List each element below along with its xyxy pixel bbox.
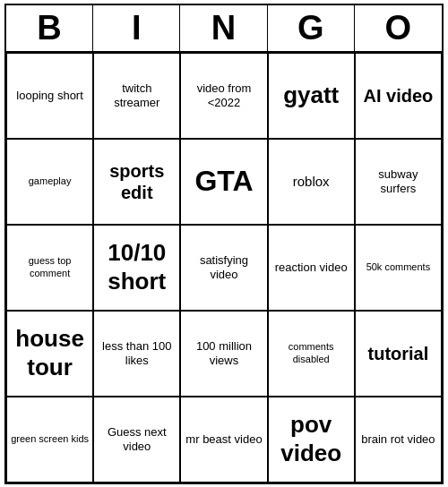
- bingo-cell: looping short: [6, 53, 93, 139]
- header-letter: N: [180, 5, 267, 51]
- bingo-header: BINGO: [6, 5, 442, 53]
- cell-text: satisfying video: [185, 253, 263, 281]
- bingo-cell: brain rot video: [355, 397, 442, 483]
- bingo-cell: Guess next video: [93, 397, 180, 483]
- cell-text: brain rot video: [361, 432, 435, 447]
- cell-text: gameplay: [29, 175, 72, 187]
- bingo-cell: less than 100 likes: [93, 311, 180, 397]
- cell-text: gyatt: [283, 81, 339, 109]
- cell-text: roblox: [293, 174, 330, 190]
- bingo-cell: subway surfers: [355, 139, 442, 225]
- cell-text: 100 million views: [185, 339, 263, 367]
- cell-text: house tour: [11, 325, 89, 380]
- cell-text: twitch streamer: [98, 81, 176, 109]
- bingo-cell: gyatt: [268, 53, 355, 139]
- bingo-cell: video from <2022: [180, 53, 267, 139]
- cell-text: AI video: [363, 85, 433, 107]
- cell-text: GTA: [194, 164, 253, 198]
- bingo-cell: sports edit: [93, 139, 180, 225]
- bingo-cell: GTA: [180, 139, 267, 225]
- header-letter: G: [268, 5, 355, 51]
- bingo-cell: house tour: [6, 311, 93, 397]
- cell-text: pov video: [272, 411, 350, 466]
- bingo-cell: pov video: [268, 397, 355, 483]
- cell-text: green screen kids: [11, 433, 89, 445]
- cell-text: 50k comments: [366, 261, 431, 273]
- bingo-cell: roblox: [268, 139, 355, 225]
- bingo-cell: mr beast video: [180, 397, 267, 483]
- bingo-cell: green screen kids: [6, 397, 93, 483]
- bingo-cell: 10/10 short: [93, 225, 180, 311]
- bingo-cell: gameplay: [6, 139, 93, 225]
- cell-text: reaction video: [275, 261, 348, 275]
- header-letter: B: [6, 5, 93, 51]
- cell-text: mr beast video: [185, 432, 262, 447]
- bingo-cell: twitch streamer: [93, 53, 180, 139]
- bingo-cell: 100 million views: [180, 311, 267, 397]
- cell-text: looping short: [16, 89, 82, 103]
- bingo-grid: looping shorttwitch streamervideo from <…: [6, 53, 442, 483]
- bingo-card: BINGO looping shorttwitch streamervideo …: [4, 4, 444, 484]
- cell-text: sports edit: [98, 160, 176, 203]
- bingo-cell: reaction video: [268, 225, 355, 311]
- bingo-cell: guess top comment: [6, 225, 93, 311]
- cell-text: 10/10 short: [98, 239, 176, 295]
- cell-text: subway surfers: [359, 167, 437, 195]
- cell-text: comments disabled: [272, 341, 350, 364]
- bingo-cell: comments disabled: [268, 311, 355, 397]
- cell-text: less than 100 likes: [98, 339, 176, 367]
- bingo-cell: tutorial: [355, 311, 442, 397]
- header-letter: O: [355, 5, 442, 51]
- header-letter: I: [93, 5, 180, 51]
- bingo-cell: satisfying video: [180, 225, 267, 311]
- cell-text: guess top comment: [11, 255, 89, 278]
- bingo-cell: 50k comments: [355, 225, 442, 311]
- cell-text: tutorial: [368, 343, 429, 364]
- cell-text: video from <2022: [185, 81, 263, 109]
- bingo-cell: AI video: [355, 53, 442, 139]
- cell-text: Guess next video: [98, 425, 176, 453]
